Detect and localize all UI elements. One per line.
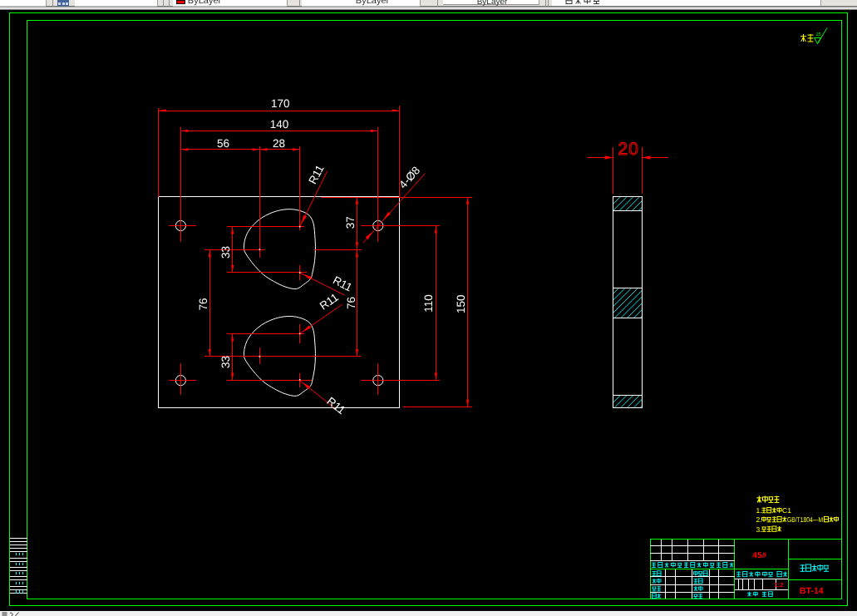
svg-text:C1: C1 (782, 506, 791, 515)
svg-text:150: 150 (455, 295, 467, 314)
svg-text:ByLayer: ByLayer (188, 0, 222, 6)
svg-text:GB/T1804—M: GB/T1804—M (787, 515, 823, 524)
svg-text:170: 170 (271, 97, 290, 110)
svg-text:37: 37 (344, 216, 357, 229)
svg-text:33: 33 (219, 356, 232, 368)
svg-text:2.: 2. (756, 515, 762, 524)
svg-text:1:2: 1:2 (775, 581, 784, 589)
svg-text:28: 28 (273, 137, 285, 150)
svg-text:110: 110 (422, 294, 435, 313)
svg-text:45#: 45# (752, 551, 766, 560)
svg-text:33: 33 (219, 246, 232, 259)
svg-text:76: 76 (345, 297, 357, 309)
svg-text:20: 20 (618, 140, 639, 159)
svg-text:140: 140 (270, 118, 289, 131)
svg-text:1.: 1. (756, 506, 762, 515)
svg-text:56: 56 (217, 137, 229, 150)
svg-text:ByLayer: ByLayer (477, 0, 508, 7)
svg-text:76: 76 (197, 298, 209, 310)
svg-text:25: 25 (816, 32, 821, 37)
svg-text:3.: 3. (756, 525, 762, 534)
svg-text:ByLayer: ByLayer (356, 0, 390, 6)
svg-text:BT-14: BT-14 (800, 586, 824, 596)
